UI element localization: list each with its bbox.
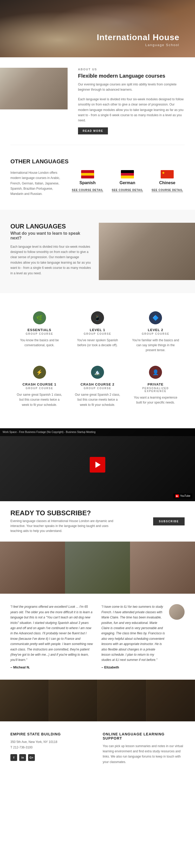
footer-phone: T 212-736-3100 xyxy=(10,746,33,749)
footer-address: 350 5th Ave, New York, NY 10118 T 212-73… xyxy=(10,739,92,750)
essentials-icon: 🌿 xyxy=(33,311,46,324)
german-detail-link[interactable]: SEE COURSE DETAIL xyxy=(112,189,143,192)
our-languages-body: Each language level is divided into four… xyxy=(10,244,91,276)
testimonial-2-author: – Elizabeth xyxy=(102,665,165,669)
footer: EMPIRE STATE BUILDING 350 5th Ave, New Y… xyxy=(0,721,195,773)
level2-type: GROUP COURSE xyxy=(132,332,180,335)
footer-col-1: EMPIRE STATE BUILDING 350 5th Ave, New Y… xyxy=(10,732,92,765)
other-languages-section: OTHER LANGUAGES International House Lond… xyxy=(0,145,195,210)
level2-title: LEVEL 2 xyxy=(132,328,180,332)
testimonial-2-text: "I have come to ILI for two summers to s… xyxy=(102,604,165,662)
crash2-desc: Our same great Spanish 2 class, but this… xyxy=(74,392,121,407)
other-languages-inner: International House London offers modern… xyxy=(10,170,185,197)
our-languages-image xyxy=(99,223,195,280)
chinese-detail-link[interactable]: SEE COURSE DETAIL xyxy=(152,189,183,192)
testimonial-1-text: "I feel the programs offered are excelle… xyxy=(10,604,93,662)
testimonial-2-inner: "I have come to ILI for two summers to s… xyxy=(102,604,185,669)
our-languages-heading: OUR LANGUAGES xyxy=(10,223,91,230)
our-languages-left: OUR LANGUAGES What do you want to learn … xyxy=(10,223,99,280)
hero-background xyxy=(0,0,195,57)
level2-icon: 🔷 xyxy=(149,311,162,324)
spanish-flag xyxy=(81,170,94,179)
crash1-desc: Our same great Spanish 1 class, but this… xyxy=(15,392,63,407)
youtube-label: YouTube xyxy=(180,494,190,497)
testimonial-1-author: – Micheal N. xyxy=(10,665,93,669)
chinese-name: Chinese xyxy=(150,181,185,185)
essentials-type: GROUP COURSE xyxy=(15,332,63,335)
footer-col2-body: You can pick up lesson summaries and not… xyxy=(103,743,185,765)
testimonials-section: "I feel the programs offered are excelle… xyxy=(0,594,195,679)
german-flag xyxy=(121,170,134,179)
video-section: Work Space - Free Business Footage (No C… xyxy=(0,428,195,501)
about-body1: Our evening language courses are split i… xyxy=(78,82,185,92)
dark-gallery xyxy=(0,680,195,721)
about-image xyxy=(0,68,68,110)
lang-card-chinese: Chinese SEE COURSE DETAIL xyxy=(150,170,185,192)
about-content: ABOUT US Flexible modern Language course… xyxy=(75,68,185,134)
spanish-detail-link[interactable]: SEE COURSE DETAIL xyxy=(72,189,103,192)
german-name: German xyxy=(110,181,145,185)
footer-col-2: ONLINE LANGUAGE LEARNING SUPPORT You can… xyxy=(103,732,185,765)
private-icon: 👤 xyxy=(149,366,162,379)
course-level2: 🔷 LEVEL 2 GROUP COURSE You're familiar w… xyxy=(127,306,185,361)
googleplus-icon[interactable]: G+ xyxy=(28,754,35,761)
lang-card-german: German SEE COURSE DETAIL xyxy=(110,170,145,192)
subscribe-section: READY TO SUBSCRIBE? Evening language cla… xyxy=(0,501,195,542)
language-cards: Spanish SEE COURSE DETAIL German SEE COU… xyxy=(70,170,185,192)
read-more-button[interactable]: READ MORE xyxy=(78,127,108,134)
private-title: PRIVATE xyxy=(132,382,180,386)
hero-section: International House Language School xyxy=(0,0,195,57)
essentials-title: ESSENTIALS xyxy=(15,328,63,332)
level1-type: GROUP COURSE xyxy=(74,332,121,335)
about-heading: Flexible modern Language courses xyxy=(78,72,185,79)
testimonial-2-text-block: "I have come to ILI for two summers to s… xyxy=(102,604,165,669)
crash1-type: GROUP COURSE xyxy=(15,387,63,390)
facebook-icon[interactable]: f xyxy=(10,754,17,761)
subscribe-text: READY TO SUBSCRIBE? Evening language cla… xyxy=(10,509,114,534)
crash2-title: CRASH COURSE 2 xyxy=(74,382,121,386)
our-languages-section: OUR LANGUAGES What do you want to learn … xyxy=(0,210,195,293)
crash2-type: GROUP COURSE xyxy=(74,387,121,390)
about-body2: Each language level is divided into four… xyxy=(78,97,185,123)
about-label: ABOUT US xyxy=(78,68,185,71)
crash1-title: CRASH COURSE 1 xyxy=(15,382,63,386)
other-languages-heading: OTHER LANGUAGES xyxy=(10,158,185,165)
hero-subtitle: Language School xyxy=(97,43,180,47)
chinese-flag xyxy=(161,170,174,179)
youtube-icon: ▶ xyxy=(175,494,179,498)
course-crash1: ⚡ CRASH COURSE 1 GROUP COURSE Our same g… xyxy=(10,361,68,415)
dark-gallery-panel-4 xyxy=(146,680,195,721)
video-background[interactable] xyxy=(0,428,195,501)
courses-grid: 🌿 ESSENTIALS GROUP COURSE You know the b… xyxy=(0,293,195,428)
testimonial-1: "I feel the programs offered are excelle… xyxy=(10,604,93,669)
footer-social: f in G+ xyxy=(10,754,92,761)
hero-title: International House xyxy=(97,33,180,42)
level1-icon: 📱 xyxy=(91,311,104,324)
footer-address-street: 350 5th Ave, New York, NY 10118 xyxy=(10,740,57,744)
gallery-image-2 xyxy=(65,541,130,594)
course-crash2: 🏔️ CRASH COURSE 2 GROUP COURSE Our same … xyxy=(68,361,126,415)
other-languages-desc: International House London offers modern… xyxy=(10,170,63,197)
crash1-icon: ⚡ xyxy=(33,366,46,379)
private-desc: You want a learning experience built for… xyxy=(132,395,180,405)
lang-card-spanish: Spanish SEE COURSE DETAIL xyxy=(70,170,105,192)
footer-col1-heading: EMPIRE STATE BUILDING xyxy=(10,732,92,736)
gallery-image-3 xyxy=(130,541,195,594)
subscribe-button[interactable]: SUBSCRIBE xyxy=(153,517,185,525)
spanish-name: Spanish xyxy=(70,181,105,185)
gallery-section xyxy=(0,541,195,594)
subscribe-body: Evening language classes at Internationa… xyxy=(10,519,114,534)
course-essentials: 🌿 ESSENTIALS GROUP COURSE You know the b… xyxy=(10,306,68,361)
gallery-image-1 xyxy=(0,541,65,594)
course-private: 👤 PRIVATE PERSONALIZED EXPERIENCE You wa… xyxy=(127,361,185,415)
subscribe-heading: READY TO SUBSCRIBE? xyxy=(10,509,114,517)
testimonial-2: "I have come to ILI for two summers to s… xyxy=(102,604,185,669)
level1-title: LEVEL 1 xyxy=(74,328,121,332)
private-type: PERSONALIZED EXPERIENCE xyxy=(132,387,180,393)
video-play-button[interactable] xyxy=(90,457,105,472)
crash2-icon: 🏔️ xyxy=(91,366,104,379)
level1-desc: You've never spoken Spanish before (or t… xyxy=(74,338,121,348)
dark-gallery-panel-1 xyxy=(0,680,49,721)
video-bar: Work Space - Free Business Footage (No C… xyxy=(0,428,195,436)
instagram-icon[interactable]: in xyxy=(19,754,26,761)
